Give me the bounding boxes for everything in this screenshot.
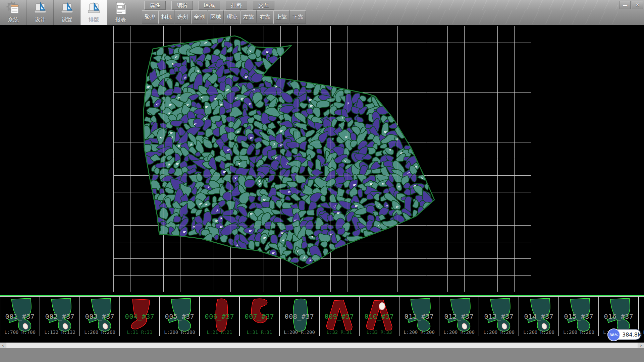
memory-value-label: 384.8M xyxy=(622,331,642,338)
part-thumbnail-006_#37[interactable]: 006_#37L:21 R:21 xyxy=(200,296,239,336)
part-id-label: 001_#37 xyxy=(0,312,40,320)
menu-tab-2[interactable]: 编辑 xyxy=(171,1,193,10)
minimize-button[interactable]: — xyxy=(620,1,631,9)
window-controls: — ✕ xyxy=(620,1,643,9)
module-label: 排版 xyxy=(89,16,99,23)
menu-bar: 属性编辑区域排料交互 xyxy=(144,1,274,10)
tool-button-5[interactable]: 区域 xyxy=(208,10,224,24)
part-thumbnail-005_#37[interactable]: 005_#37L:200 R:200 xyxy=(160,296,200,336)
tool-button-9[interactable]: 上靠 xyxy=(273,10,289,24)
tool-button-10[interactable]: 下靠 xyxy=(290,10,306,24)
part-thumbnail-001_#37[interactable]: 001_#37L:700 R:700 xyxy=(0,296,40,336)
part-thumbnail-004_#37[interactable]: 004_#37L:31 R:31 xyxy=(120,296,160,336)
menu-tab-4[interactable]: 排料 xyxy=(226,1,247,10)
close-button[interactable]: ✕ xyxy=(632,1,643,9)
report-doc-icon xyxy=(113,1,128,16)
part-id-label: 005_#37 xyxy=(160,312,199,320)
part-thumbnail-015_#37[interactable]: 015_#37L:200 R:200 xyxy=(559,296,599,336)
module-label: 报表 xyxy=(115,16,126,23)
module-label: 系统 xyxy=(8,16,19,23)
module-label: 设计 xyxy=(35,16,46,23)
part-id-label: 016_#37 xyxy=(599,312,638,320)
tool-button-4[interactable]: 全割 xyxy=(191,10,207,24)
part-id-label: 017_#37 xyxy=(639,312,644,320)
part-counts-label: L:200 R:200 xyxy=(399,329,439,335)
tool-button-1[interactable]: 聚排 xyxy=(142,10,158,24)
settings-ruler-icon xyxy=(60,1,74,16)
part-id-label: 006_#37 xyxy=(200,312,239,320)
titlebar-hatch xyxy=(276,0,618,10)
layout-ruler-icon xyxy=(87,1,101,16)
tool-button-8[interactable]: 右靠 xyxy=(257,10,273,24)
part-id-label: 007_#37 xyxy=(240,312,279,320)
part-id-label: 010_#37 xyxy=(360,312,399,320)
part-thumbnail-009_#37[interactable]: 009_#37L:32 R:31 xyxy=(319,296,359,336)
module-bar: 系统设计设置排版报表 xyxy=(0,0,134,25)
part-counts-label: L:200 R:200 xyxy=(479,329,519,335)
part-counts-label: L:31 R:31 xyxy=(240,329,279,335)
status-bar xyxy=(0,348,644,362)
part-thumbnail-013_#37[interactable]: 013_#37L:200 R:200 xyxy=(479,296,519,336)
part-thumbnail-014_#37[interactable]: 014_#37L:200 R:200 xyxy=(519,296,559,336)
module-button-2[interactable]: 设计 xyxy=(27,0,54,25)
part-id-label: 014_#37 xyxy=(519,312,558,320)
scroll-right-icon[interactable]: › xyxy=(638,343,644,348)
menu-tab-3[interactable]: 区域 xyxy=(199,1,220,10)
parts-strip: 001_#37L:700 R:700002_#37L:132 R:132003_… xyxy=(0,296,644,337)
tool-button-3[interactable]: 选割 xyxy=(175,10,191,24)
part-thumbnail-007_#37[interactable]: 007_#37L:31 R:31 xyxy=(239,296,279,336)
part-counts-label: L:32 R:31 xyxy=(320,329,359,335)
part-counts-label: L:33 R:33 xyxy=(360,329,399,335)
part-id-label: 008_#37 xyxy=(280,312,319,320)
module-button-5[interactable]: 报表 xyxy=(107,0,134,25)
part-id-label: 015_#37 xyxy=(559,312,598,320)
module-button-3[interactable]: 设置 xyxy=(54,0,80,25)
tool-button-6[interactable]: 瑕疵 xyxy=(224,10,240,24)
part-thumbnail-010_#37[interactable]: 010_#37L:33 R:33 xyxy=(359,296,399,336)
scroll-left-icon[interactable]: ‹ xyxy=(0,343,6,348)
menu-tab-5[interactable]: 交互 xyxy=(253,1,274,10)
part-thumbnail-011_#37[interactable]: 011_#37L:200 R:200 xyxy=(399,296,439,336)
part-counts-label: L:31 R:31 xyxy=(120,329,159,335)
part-counts-label: L:200 R:200 xyxy=(439,329,479,335)
memory-badge[interactable]: 38% 384.8M xyxy=(607,329,641,340)
part-counts-label: L:200 R:200 xyxy=(160,329,199,335)
system-gear-icon xyxy=(6,1,21,16)
part-id-label: 013_#37 xyxy=(479,312,519,320)
scrollbar-thumb[interactable] xyxy=(6,343,638,348)
tool-button-2[interactable]: 相机 xyxy=(158,10,174,24)
module-button-1[interactable]: 系统 xyxy=(0,0,27,25)
design-ruler-icon xyxy=(33,1,48,16)
module-button-4[interactable]: 排版 xyxy=(80,0,107,25)
part-thumbnail-008_#37[interactable]: 008_#37L:200 R:200 xyxy=(279,296,319,336)
part-thumbnail-003_#37[interactable]: 003_#37L:200 R:200 xyxy=(80,296,120,336)
module-label: 设置 xyxy=(62,16,72,23)
part-counts-label: L:200 R:200 xyxy=(80,329,119,335)
part-id-label: 009_#37 xyxy=(320,312,359,320)
part-counts-label: L:132 R:132 xyxy=(40,329,79,335)
part-id-label: 003_#37 xyxy=(80,312,119,320)
part-counts-label: L:21 R:21 xyxy=(200,329,239,335)
nesting-canvas[interactable] xyxy=(0,25,644,295)
part-id-label: 012_#37 xyxy=(439,312,479,320)
part-thumbnail-002_#37[interactable]: 002_#37L:132 R:132 xyxy=(40,296,80,336)
part-counts-label: L:200 R:200 xyxy=(559,329,598,335)
menu-tab-1[interactable]: 属性 xyxy=(144,1,166,10)
tool-bar: 聚排相机选割全割区域瑕疵左靠右靠上靠下靠 xyxy=(142,10,306,24)
part-id-label: 002_#37 xyxy=(40,312,79,320)
horizontal-scrollbar[interactable]: ‹ › xyxy=(0,343,644,348)
part-counts-label: L:200 R:200 xyxy=(519,329,558,335)
part-counts-label: L:700 R:700 xyxy=(0,329,40,335)
application-window: 系统设计设置排版报表 属性编辑区域排料交互 聚排相机选割全割区域瑕疵左靠右靠上靠… xyxy=(0,0,644,362)
part-id-label: 004_#37 xyxy=(120,312,159,320)
tool-button-7[interactable]: 左靠 xyxy=(240,10,257,24)
part-counts-label: L:200 R:200 xyxy=(280,329,319,335)
part-thumbnail-012_#37[interactable]: 012_#37L:200 R:200 xyxy=(439,296,479,336)
memory-percent-indicator: 38% xyxy=(607,328,620,341)
part-id-label: 011_#37 xyxy=(399,312,439,320)
toolbar-hatch xyxy=(312,10,618,24)
main-toolbar: 系统设计设置排版报表 属性编辑区域排料交互 聚排相机选割全割区域瑕疵左靠右靠上靠… xyxy=(0,0,644,25)
